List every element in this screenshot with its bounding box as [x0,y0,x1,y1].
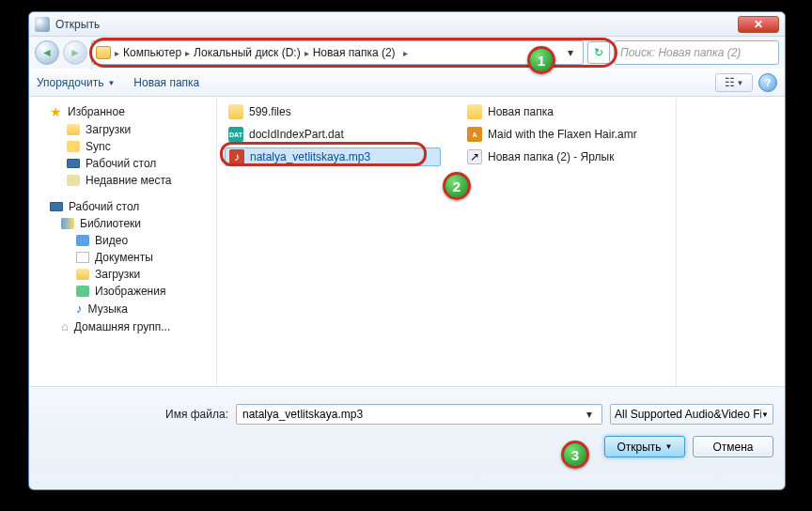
audio-icon: ♪ [229,149,244,164]
folder-icon [76,269,89,280]
desktop-icon [67,159,80,168]
sidebar-homegroup[interactable]: ⌂Домашняя групп... [29,317,216,335]
file-type-filter[interactable]: All Supported Audio&Video Fil▼ [610,404,773,425]
help-button[interactable]: ? [758,73,777,92]
open-button[interactable]: Открыть▼ [604,436,685,457]
refresh-button[interactable]: ↻ [587,41,610,64]
folder-icon [96,46,111,59]
document-icon [76,252,89,263]
new-folder-button[interactable]: Новая папка [133,76,199,89]
breadcrumb-2[interactable]: Новая папка (2) [313,46,396,59]
folder-icon [67,141,80,152]
recent-icon [67,175,80,186]
footer: Имя файла: natalya_vetlitskaya.mp3▾ All … [29,386,785,469]
organize-menu[interactable]: Упорядочить ▼ [37,76,115,89]
audio-icon: A [467,127,482,142]
sidebar: ★Избранное Загрузки Sync Рабочий стол Не… [29,97,217,386]
sidebar-item-music[interactable]: ♪Музыка [29,300,216,317]
filename-label: Имя файла: [40,408,228,421]
file-item-selected[interactable]: ♪natalya_vetlitskaya.mp3 [225,147,441,166]
titlebar: Открыть ✕ [29,12,785,37]
folder-icon [67,124,80,135]
close-button[interactable]: ✕ [738,16,779,33]
shortcut-icon: ↗ [467,149,482,164]
folder-icon [228,104,243,119]
sidebar-item-desktop[interactable]: Рабочий стол [29,155,216,172]
nav-row: ◄ ► ▸Компьютер ▸Локальный диск (D:) ▸Нов… [29,37,785,69]
address-bar[interactable]: ▸Компьютер ▸Локальный диск (D:) ▸Новая п… [91,40,584,65]
breadcrumb-0[interactable]: Компьютер [123,46,181,59]
sidebar-item-recent[interactable]: Недавние места [29,172,216,189]
toolbar: Упорядочить ▼ Новая папка ☷ ▼ ? [29,69,785,97]
app-icon [35,17,50,32]
file-item[interactable]: DATdocIdIndexPart.dat [225,125,441,144]
filename-input[interactable]: natalya_vetlitskaya.mp3▾ [236,404,602,425]
file-item[interactable]: ↗Новая папка (2) - Ярлык [463,147,641,166]
view-mode-button[interactable]: ☷ ▼ [715,73,753,92]
dat-icon: DAT [228,127,243,142]
sidebar-item-downloads-lib[interactable]: Загрузки [29,266,216,283]
preview-pane [676,97,785,386]
forward-button[interactable]: ► [63,40,87,65]
sidebar-item-sync[interactable]: Sync [29,138,216,155]
sidebar-desktop[interactable]: Рабочий стол [29,198,216,215]
image-icon [76,286,89,297]
file-list: 599.files DATdocIdIndexPart.dat ♪natalya… [217,97,676,386]
address-dropdown[interactable]: ▾ [562,46,579,59]
breadcrumb-1[interactable]: Локальный диск (D:) [194,46,301,59]
file-item[interactable]: AMaid with the Flaxen Hair.amr [463,125,641,144]
file-item[interactable]: Новая папка [463,102,641,121]
music-icon: ♪ [76,302,83,316]
video-icon [76,235,89,246]
sidebar-item-documents[interactable]: Документы [29,249,216,266]
search-input[interactable]: Поиск: Новая папка (2) [614,40,779,65]
cancel-button[interactable]: Отмена [693,436,773,457]
sidebar-item-pictures[interactable]: Изображения [29,283,216,300]
star-icon: ★ [50,104,62,119]
folder-icon [467,104,482,119]
back-button[interactable]: ◄ [35,40,59,65]
filename-dropdown[interactable]: ▾ [583,408,596,421]
sidebar-item-video[interactable]: Видео [29,232,216,249]
sidebar-favorites[interactable]: ★Избранное [29,102,216,121]
window-title: Открыть [55,18,100,31]
homegroup-icon: ⌂ [61,319,69,333]
open-file-dialog: Открыть ✕ ◄ ► ▸Компьютер ▸Локальный диск… [28,11,786,490]
desktop-icon [50,202,63,211]
sidebar-item-downloads[interactable]: Загрузки [29,121,216,138]
libraries-icon [61,218,74,229]
sidebar-libraries[interactable]: Библиотеки [29,215,216,232]
file-item[interactable]: 599.files [225,102,441,121]
